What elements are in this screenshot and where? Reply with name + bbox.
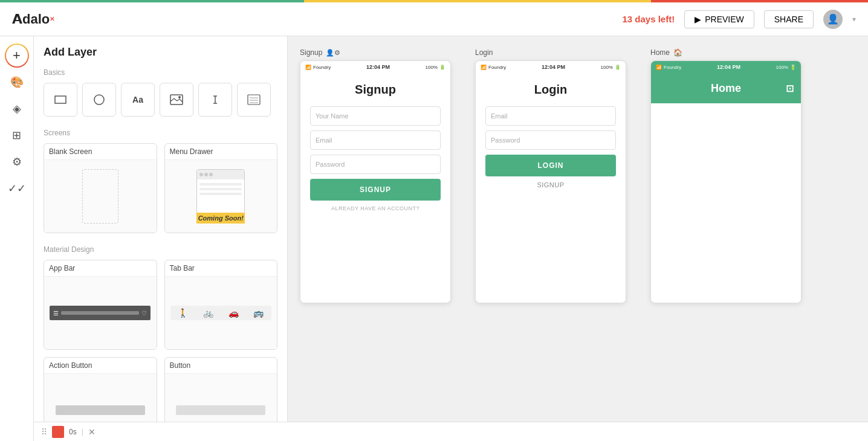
drawer-dot (209, 173, 213, 176)
logo-text: 𝗔dalo (12, 11, 50, 27)
status-left: 📶 Foundry (305, 65, 331, 70)
app-bar-preview: ☰ ♡ (50, 306, 151, 320)
menu-drawer-header (197, 170, 244, 179)
logo-dot: ✕ (50, 16, 54, 22)
image-tool[interactable] (160, 83, 193, 117)
grid-dots-icon: ⠿ (41, 427, 47, 437)
share-label: SHARE (774, 14, 803, 24)
blank-screen-card[interactable]: Blank Screen (44, 143, 157, 233)
ellipse-tool[interactable] (82, 83, 116, 117)
login-content: Login Email Password LOGIN SIGNUP (476, 73, 626, 303)
chevron-down-icon: ▾ (852, 15, 856, 24)
material-label: Material Design (44, 245, 277, 254)
battery-pct: 100% (426, 65, 438, 70)
button-label: Button (165, 358, 277, 374)
app-bar-card[interactable]: App Bar ☰ ♡ (44, 260, 157, 350)
layers-button[interactable]: ◈ (5, 97, 29, 121)
app-bar-title-placeholder (61, 311, 139, 315)
preview-button[interactable]: ▶ PREVIEW (684, 10, 754, 28)
panel-title: Add Layer (44, 46, 277, 59)
avatar-icon: 👤 (827, 13, 839, 25)
menu-drawer-lines (197, 179, 244, 201)
text-tool[interactable]: Aa (121, 83, 155, 117)
battery-icon: 🔋 (615, 65, 621, 70)
play-icon: ▶ (695, 14, 701, 24)
tab-icons-row: 🚶 🚲 🚗 🚌 (170, 306, 271, 320)
separator: | (82, 428, 83, 436)
check-button[interactable]: ✓✓ (5, 176, 29, 201)
basics-label: Basics (44, 68, 277, 77)
your-name-field[interactable]: Your Name (310, 106, 441, 126)
status-right: 100% 🔋 (601, 65, 621, 70)
text-icon: Aa (132, 95, 143, 105)
header: 𝗔dalo✕ 13 days left! ▶ PREVIEW SHARE 👤 ▾ (0, 2, 868, 36)
login-button[interactable]: LOGIN (485, 155, 616, 176)
drawer-line (199, 193, 242, 195)
list-icon (247, 94, 261, 105)
signup-phone-frame: 📶 Foundry 12:04 PM 100% 🔋 Signup Your Na… (300, 60, 451, 303)
app-bar-label: App Bar (44, 260, 157, 277)
share-button[interactable]: SHARE (764, 10, 814, 28)
tab-bar-preview: 🚶 🚲 🚗 🚌 (170, 306, 271, 320)
signup-title: Signup (310, 83, 441, 97)
email-field-signup[interactable]: Email (310, 130, 441, 150)
carrier-name: Foundry (313, 65, 331, 70)
drawer-line (199, 183, 242, 185)
grid-button[interactable]: ⊞ (5, 123, 29, 147)
svg-point-3 (178, 96, 181, 98)
input-tool[interactable] (198, 83, 232, 117)
login-title: Login (485, 83, 616, 97)
battery-icon: 🔋 (790, 65, 796, 70)
password-field-signup[interactable]: Password (310, 155, 441, 174)
user-icon: 👤⚙ (326, 49, 340, 57)
login-status-bar: 📶 Foundry 12:04 PM 100% 🔋 (476, 61, 626, 73)
bike-icon: 🚲 (203, 308, 213, 318)
settings-button[interactable]: ⚙ (5, 150, 29, 174)
svg-rect-4 (248, 95, 260, 105)
canvas[interactable]: Signup 👤⚙ 📶 Foundry 12:04 PM 100% 🔋 (288, 36, 868, 441)
icon-bar: + 🎨 ◈ ⊞ ⚙ ✓✓ (0, 36, 34, 441)
signup-button[interactable]: SIGNUP (310, 179, 441, 201)
tab-bar-preview-area: 🚶 🚲 🚗 🚌 (165, 277, 277, 349)
walk-icon: 🚶 (178, 308, 188, 318)
palette-button[interactable]: 🎨 (5, 70, 29, 94)
battery-pct: 100% (601, 65, 613, 70)
add-layer-button[interactable]: + (5, 43, 29, 68)
signal-icon: 📶 (305, 65, 311, 70)
screens-label: Screens (44, 129, 277, 137)
signup-label-row: Signup 👤⚙ (300, 48, 340, 57)
already-account-link[interactable]: ALREADY HAVE AN ACCOUNT? (310, 205, 441, 211)
battery-icon: 🔋 (439, 65, 445, 70)
password-field-login[interactable]: Password (485, 130, 616, 150)
list-tool[interactable] (237, 83, 271, 117)
carrier-name: Foundry (488, 65, 506, 70)
carrier-name: Foundry (664, 65, 681, 70)
svg-rect-0 (55, 96, 66, 103)
blank-screen-label: Blank Screen (44, 144, 157, 160)
drawer-line (199, 188, 242, 190)
days-left: 13 days left! (622, 14, 675, 24)
tab-bar-label: Tab Bar (165, 260, 277, 277)
rectangle-tool[interactable] (44, 83, 77, 117)
email-field-login[interactable]: Email (485, 106, 616, 126)
logout-icon: ⊡ (786, 83, 794, 94)
action-button-label: Action Button (44, 358, 157, 374)
menu-drawer-card[interactable]: Menu Drawer (164, 143, 278, 233)
tab-bar-card[interactable]: Tab Bar 🚶 🚲 🚗 🚌 (164, 260, 278, 350)
status-right: 100% 🔋 (426, 65, 445, 70)
progress-green (0, 0, 304, 2)
record-button[interactable] (52, 426, 64, 438)
coming-soon-badge: Coming Soon! (196, 213, 245, 224)
home-header: Home ⊡ (651, 73, 801, 103)
basics-row: Aa (44, 83, 277, 117)
avatar[interactable]: 👤 (823, 10, 843, 29)
status-right: 100% 🔋 (776, 65, 796, 70)
car-icon: 🚗 (228, 308, 239, 318)
signup-content: Signup Your Name Email Password SIGNUP A… (300, 73, 450, 303)
status-time: 12:04 PM (366, 64, 390, 70)
drawer-dot (204, 173, 208, 176)
close-button[interactable]: ✕ (88, 427, 96, 437)
heart-icon: ♡ (141, 310, 147, 317)
signup-link[interactable]: SIGNUP (485, 181, 616, 188)
home-content: Home ⊡ (651, 73, 801, 303)
